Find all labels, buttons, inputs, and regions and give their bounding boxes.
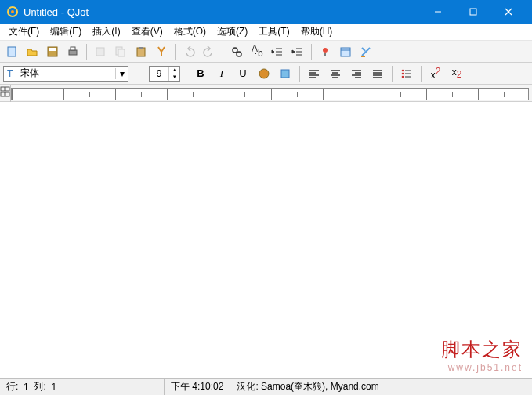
separator xyxy=(299,66,300,82)
status-position: 行: 1 列: 1 xyxy=(0,379,165,395)
toolbar-format: T 宋体 ▾ 9 ▴▾ B I U x2 x2 xyxy=(0,63,532,85)
menubar: 文件(F) 编辑(E) 插入(I) 查看(V) 格式(O) 选项(Z) 工具(T… xyxy=(0,24,532,41)
svg-rect-15 xyxy=(139,47,143,49)
svg-rect-11 xyxy=(96,48,104,56)
toolbar-main: Ab xyxy=(0,41,532,63)
size-down[interactable]: ▾ xyxy=(168,74,179,81)
font-selector[interactable]: T 宋体 ▾ xyxy=(3,66,128,82)
align-justify-button[interactable] xyxy=(369,65,386,82)
highlight-button[interactable] xyxy=(277,65,294,82)
svg-point-29 xyxy=(402,75,404,78)
replace-button[interactable]: Ab xyxy=(248,43,266,60)
bold-button[interactable]: B xyxy=(192,65,209,82)
align-center-button[interactable] xyxy=(327,65,344,82)
titlebar: Untitled - QJot xyxy=(0,0,532,24)
ruler-area xyxy=(0,85,532,102)
svg-rect-3 xyxy=(470,9,476,15)
svg-text:A: A xyxy=(252,45,258,54)
font-icon: T xyxy=(4,68,18,79)
pin-button[interactable] xyxy=(317,43,334,60)
menu-edit[interactable]: 编辑(E) xyxy=(45,24,87,40)
paste-button[interactable] xyxy=(132,43,150,60)
svg-rect-9 xyxy=(69,50,77,55)
svg-point-27 xyxy=(402,69,404,71)
menu-tools[interactable]: 工具(T) xyxy=(253,24,295,40)
underline-button[interactable]: U xyxy=(234,65,252,82)
menu-view[interactable]: 查看(V) xyxy=(126,24,168,40)
status-time: 下午 4:10:02 xyxy=(165,379,230,395)
font-name: 宋体 xyxy=(18,67,115,80)
separator xyxy=(86,44,87,60)
svg-point-1 xyxy=(11,10,14,13)
text-cursor xyxy=(5,105,5,116)
svg-rect-33 xyxy=(5,92,9,96)
maximize-button[interactable] xyxy=(455,0,490,24)
menu-insert[interactable]: 插入(I) xyxy=(87,24,125,40)
svg-rect-8 xyxy=(49,48,56,51)
svg-point-25 xyxy=(259,69,269,78)
align-right-button[interactable] xyxy=(348,65,365,82)
font-size: 9 xyxy=(150,68,168,79)
new-button[interactable] xyxy=(3,43,20,60)
menu-format[interactable]: 格式(O) xyxy=(168,24,212,40)
separator xyxy=(175,44,176,60)
separator xyxy=(311,44,312,60)
svg-text:b: b xyxy=(258,48,263,58)
font-color-button[interactable] xyxy=(255,65,273,82)
superscript-button[interactable]: x2 xyxy=(427,65,444,82)
svg-point-28 xyxy=(402,72,404,74)
italic-button[interactable]: I xyxy=(213,65,230,82)
svg-rect-30 xyxy=(1,87,5,91)
menu-file[interactable]: 文件(F) xyxy=(3,24,45,40)
ruler[interactable] xyxy=(11,88,529,100)
svg-rect-32 xyxy=(1,92,5,96)
separator xyxy=(392,66,393,82)
date-button[interactable] xyxy=(337,43,354,60)
undo-button[interactable] xyxy=(180,43,197,60)
chevron-down-icon[interactable]: ▾ xyxy=(115,68,128,79)
font-size-selector[interactable]: 9 ▴▾ xyxy=(149,66,180,82)
svg-rect-13 xyxy=(118,49,125,56)
svg-point-20 xyxy=(323,48,328,53)
app-icon xyxy=(6,5,19,18)
find-button[interactable] xyxy=(228,43,245,60)
redo-button[interactable] xyxy=(201,43,218,60)
indent-increase-button[interactable] xyxy=(289,43,306,60)
ruler-gutter xyxy=(0,85,11,102)
minimize-button[interactable] xyxy=(420,0,455,24)
indent-decrease-button[interactable] xyxy=(269,43,286,60)
svg-rect-6 xyxy=(8,47,16,56)
delete-button[interactable] xyxy=(153,43,170,60)
open-button[interactable] xyxy=(24,43,41,60)
svg-rect-31 xyxy=(5,87,9,91)
size-up[interactable]: ▴ xyxy=(168,67,179,74)
svg-point-16 xyxy=(233,48,237,53)
save-button[interactable] xyxy=(44,43,61,60)
svg-rect-26 xyxy=(281,70,289,78)
separator xyxy=(421,66,422,82)
statusbar: 行: 1 列: 1 下午 4:10:02 汉化: Samoa(奎木狼), Mya… xyxy=(0,378,532,395)
svg-text:T: T xyxy=(7,68,13,79)
subscript-button[interactable]: x2 xyxy=(448,65,465,82)
separator xyxy=(223,44,223,60)
cut-button[interactable] xyxy=(92,43,109,60)
menu-help[interactable]: 帮助(H) xyxy=(295,24,338,40)
close-button[interactable] xyxy=(490,0,526,24)
copy-button[interactable] xyxy=(112,43,129,60)
print-button[interactable] xyxy=(64,43,81,60)
svg-point-17 xyxy=(237,52,241,56)
window-title: Untitled - QJot xyxy=(24,6,420,18)
clear-format-button[interactable] xyxy=(357,43,375,60)
bullet-list-button[interactable] xyxy=(398,65,415,82)
svg-rect-22 xyxy=(341,48,350,56)
svg-rect-10 xyxy=(71,47,75,50)
separator xyxy=(186,66,186,82)
menu-options[interactable]: 选项(Z) xyxy=(212,24,253,40)
status-credit: 汉化: Samoa(奎木狼), Myand.com xyxy=(230,379,532,395)
editor-area[interactable] xyxy=(0,102,532,378)
align-left-button[interactable] xyxy=(306,65,323,82)
